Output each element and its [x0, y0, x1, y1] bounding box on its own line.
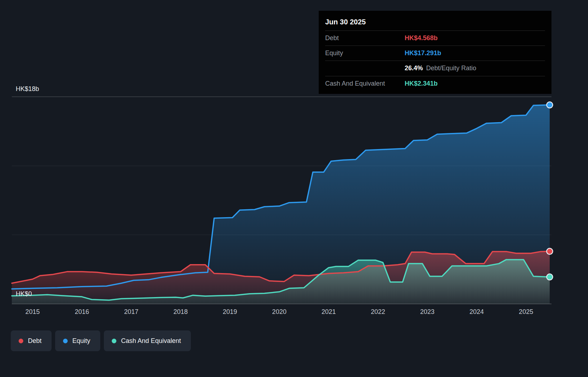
equity-end-dot — [547, 102, 553, 108]
debt-series-dot-icon — [19, 339, 23, 343]
tooltip-cash-label: Cash And Equivalent — [325, 79, 405, 88]
tooltip-date: Jun 30 2025 — [325, 14, 545, 30]
tooltip-debt-label: Debt — [325, 34, 405, 43]
cash-and-equivalent-end-dot — [547, 274, 553, 280]
debt-end-dot — [547, 248, 553, 254]
tooltip-cash-value: HK$2.341b — [405, 79, 438, 88]
tooltip-ratio-label: Debt/Equity Ratio — [426, 64, 476, 73]
tooltip-equity-value: HK$17.291b — [405, 49, 441, 58]
tooltip-cash-row: Cash And Equivalent HK$2.341b — [325, 76, 545, 91]
tooltip-debt-row: Debt HK$4.568b — [325, 30, 545, 46]
equity-series-dot-icon — [63, 339, 68, 343]
legend-item-label: Debt — [28, 337, 42, 345]
y-axis-label-zero: HK$0 — [16, 290, 32, 298]
tooltip-ratio-row: 26.4% Debt/Equity Ratio — [325, 61, 545, 76]
tooltip-ratio-value: 26.4% — [405, 64, 423, 73]
tooltip-equity-row: Equity HK$17.291b — [325, 46, 545, 61]
tooltip-equity-label: Equity — [325, 49, 405, 58]
data-tooltip: Jun 30 2025 Debt HK$4.568b Equity HK$17.… — [319, 11, 551, 94]
legend: Debt Equity Cash And Equivalent — [11, 330, 191, 351]
legend-item-cash[interactable]: Cash And Equivalent — [104, 330, 191, 351]
cash-series-dot-icon — [112, 339, 116, 343]
debt-equity-history-chart: HK$18b HK$0 2015201620172018201920202021… — [0, 0, 588, 377]
legend-item-debt[interactable]: Debt — [11, 330, 52, 351]
tooltip-debt-value: HK$4.568b — [405, 34, 438, 43]
y-axis-label-max: HK$18b — [16, 85, 39, 93]
legend-item-label: Cash And Equivalent — [121, 337, 181, 345]
legend-item-label: Equity — [72, 337, 90, 345]
legend-item-equity[interactable]: Equity — [55, 330, 100, 351]
